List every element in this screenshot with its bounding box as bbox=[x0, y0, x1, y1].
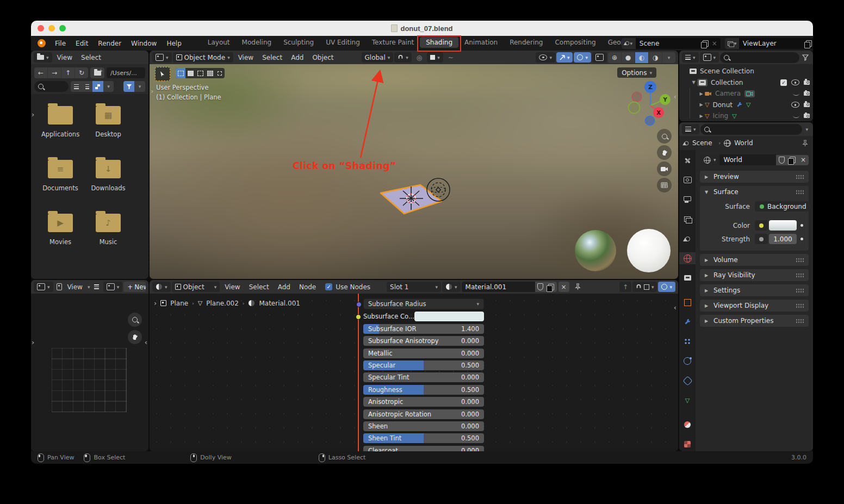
drag-grip-icon[interactable] bbox=[796, 288, 804, 293]
fake-user-button[interactable] bbox=[535, 282, 546, 292]
folder-item-desktop[interactable]: ▦Desktop bbox=[84, 102, 132, 155]
strength-input-socket-button[interactable] bbox=[755, 234, 768, 244]
panel-viewport-display[interactable]: ▶Viewport Display bbox=[700, 300, 809, 312]
folder-item-music[interactable]: ♪Music bbox=[84, 209, 132, 263]
properties-tab-data[interactable]: ▽ bbox=[679, 394, 696, 406]
drag-grip-icon[interactable] bbox=[796, 273, 804, 278]
shader-editor-content[interactable]: › Plane › ▽ Plane.002 › Material.001 Sub… bbox=[150, 294, 678, 451]
view-menu[interactable]: View bbox=[221, 283, 244, 291]
shading-dropdown[interactable]: ▾ bbox=[662, 52, 675, 63]
new-world-button[interactable] bbox=[787, 155, 798, 165]
shader-type-dropdown[interactable]: Object▾ bbox=[172, 282, 220, 292]
display-mode-dropdown[interactable]: ▾ bbox=[103, 81, 114, 92]
slot-dropdown[interactable]: Slot 1▾ bbox=[387, 282, 441, 292]
node-slider-subsurface-ior[interactable]: Subsurface IOR1.400 bbox=[363, 324, 484, 334]
select-lasso-button[interactable] bbox=[185, 68, 195, 78]
drag-grip-icon[interactable] bbox=[796, 258, 804, 263]
material-browse-button[interactable]: ▾ bbox=[442, 282, 461, 292]
surface-panel-header[interactable]: ▼ Surface bbox=[700, 186, 809, 198]
properties-tab-material[interactable] bbox=[679, 419, 696, 431]
properties-tab-collection[interactable] bbox=[679, 272, 696, 284]
checkbox-icon[interactable]: ✓ bbox=[780, 79, 787, 86]
back-button[interactable]: ← bbox=[34, 67, 48, 78]
filter-icon[interactable] bbox=[802, 54, 809, 61]
node-slider-specular[interactable]: Specular0.500 bbox=[363, 360, 484, 370]
properties-tab-physics[interactable] bbox=[679, 355, 696, 367]
eye-closed-icon[interactable] bbox=[793, 91, 799, 96]
node-slider-sheen[interactable]: Sheen0.000 bbox=[363, 421, 484, 431]
show-overlays-button[interactable]: ▾ bbox=[658, 282, 675, 292]
filter-button[interactable] bbox=[123, 81, 134, 92]
folder-item-movies[interactable]: ▶Movies bbox=[36, 209, 84, 263]
eye-closed-icon[interactable] bbox=[793, 114, 799, 118]
properties-tab-particles[interactable] bbox=[679, 335, 696, 347]
sidebar-chevron[interactable]: ‹ bbox=[674, 92, 677, 101]
unlink-button[interactable]: × bbox=[558, 282, 569, 292]
editor-type-button[interactable]: ▾ bbox=[682, 124, 699, 134]
path-field[interactable]: /Users/... bbox=[107, 67, 145, 78]
node-slider-roughness[interactable]: Roughness0.500 bbox=[363, 385, 484, 395]
topbar-menu-render[interactable]: Render bbox=[93, 40, 126, 47]
pin-icon[interactable] bbox=[802, 140, 808, 147]
up-button[interactable]: ↑ bbox=[61, 67, 75, 78]
pin-icon[interactable] bbox=[575, 283, 581, 290]
file-select-menu[interactable]: Select bbox=[77, 54, 105, 61]
use-nodes-toggle[interactable]: ✓ Use Nodes bbox=[325, 283, 370, 291]
node-menu[interactable]: Node bbox=[295, 283, 320, 291]
animate-dot-icon[interactable] bbox=[800, 224, 803, 227]
properties-tab-viewlayer[interactable] bbox=[679, 213, 696, 225]
properties-tab-modifiers[interactable] bbox=[679, 316, 696, 328]
snap-button[interactable]: ▾ bbox=[632, 282, 657, 292]
workspace-tab-geometry-nodes[interactable]: Geometry Nodes bbox=[602, 37, 622, 48]
workspace-tab-compositing[interactable]: Compositing bbox=[549, 37, 601, 48]
display-detail-button[interactable] bbox=[82, 81, 92, 92]
close-icon[interactable]: × bbox=[712, 40, 717, 47]
image-browse-button[interactable]: ▾ bbox=[103, 282, 123, 292]
drag-grip-icon[interactable] bbox=[796, 190, 804, 195]
folder-item-applications[interactable]: Applications bbox=[36, 102, 84, 155]
camera-view-button[interactable] bbox=[657, 161, 672, 176]
options-button[interactable]: Options▾ bbox=[617, 67, 656, 78]
empty-sphere-object[interactable] bbox=[427, 178, 450, 201]
topbar-menu-edit[interactable]: Edit bbox=[71, 40, 93, 47]
outliner-row-donut[interactable]: ▶▽Donut▽ bbox=[679, 99, 813, 111]
image-view-menu[interactable]: View bbox=[63, 283, 86, 291]
properties-tab-object[interactable] bbox=[679, 296, 696, 308]
file-search-input[interactable] bbox=[34, 81, 69, 92]
node-slider-clearcoat[interactable]: Clearcoat0.000 bbox=[363, 446, 484, 451]
render-visibility-icon[interactable] bbox=[804, 114, 810, 118]
workspace-tab-uv-editing[interactable]: UV Editing bbox=[320, 37, 366, 48]
outliner-row-scene-collection[interactable]: Scene Collection bbox=[679, 66, 813, 77]
panel-preview[interactable]: ▶Preview bbox=[700, 171, 809, 183]
strength-slider[interactable]: 1.000 bbox=[769, 234, 797, 244]
panel-ray-visibility[interactable]: ▶Ray Visibility bbox=[700, 269, 809, 281]
pan-view-button[interactable] bbox=[657, 145, 672, 160]
world-browse-button[interactable]: ▾ bbox=[700, 155, 719, 165]
expand-arrow-icon[interactable]: ▶ bbox=[698, 114, 705, 119]
workspace-tab-texture-paint[interactable]: Texture Paint bbox=[366, 37, 420, 48]
render-visibility-icon[interactable] bbox=[804, 91, 810, 96]
properties-tab-constraints[interactable] bbox=[679, 375, 696, 387]
color-field[interactable] bbox=[769, 220, 797, 231]
fake-user-button[interactable] bbox=[776, 155, 787, 165]
panel-settings[interactable]: ▶Settings bbox=[700, 284, 809, 296]
node-slider-metallic[interactable]: Metallic0.000 bbox=[363, 349, 484, 358]
display-thumbnail-button[interactable] bbox=[92, 81, 103, 92]
unlink-button[interactable]: × bbox=[798, 155, 809, 165]
select-extend-button[interactable] bbox=[195, 68, 205, 78]
rendered-shading-button[interactable]: ◑ bbox=[649, 52, 662, 63]
add-menu[interactable]: Add bbox=[274, 283, 294, 291]
display-mode-dropdown[interactable]: ▾ bbox=[700, 52, 719, 63]
workspace-tab-sculpting[interactable]: Sculpting bbox=[277, 37, 320, 48]
copy-icon[interactable] bbox=[703, 40, 709, 47]
copy-icon[interactable] bbox=[806, 40, 812, 47]
editor-type-button[interactable]: ▾ bbox=[152, 52, 172, 63]
editor-type-button[interactable]: ▾ bbox=[34, 282, 53, 292]
viewport-content[interactable]: User Perspective (1) Collection | Plane … bbox=[150, 64, 678, 279]
region-collapse-chevron[interactable]: ‹ bbox=[145, 338, 147, 346]
new-material-button[interactable] bbox=[546, 282, 557, 292]
topbar-menu-help[interactable]: Help bbox=[162, 40, 186, 47]
filter-dropdown[interactable]: ▾ bbox=[134, 81, 145, 92]
outliner-search-input[interactable] bbox=[720, 52, 799, 63]
editor-type-button[interactable]: ▾ bbox=[682, 52, 699, 63]
